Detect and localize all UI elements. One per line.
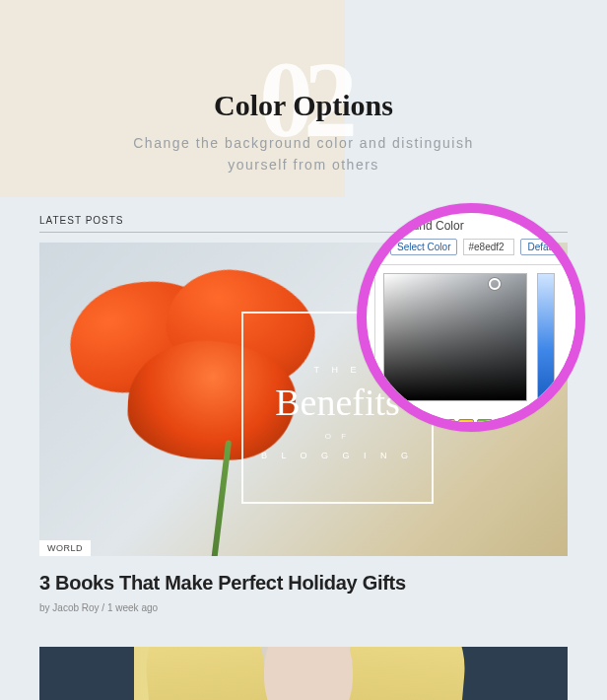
portrait-hair bbox=[141, 647, 272, 700]
overlay-of: O F bbox=[243, 432, 432, 441]
overlay-blogging: B L O G G I N G bbox=[243, 451, 432, 460]
post-category-badge[interactable]: WORLD bbox=[39, 540, 91, 556]
saturation-value-area[interactable] bbox=[383, 273, 527, 401]
meta-by: by bbox=[39, 602, 52, 613]
color-hex-input[interactable] bbox=[463, 239, 514, 255]
page-title: Color Options bbox=[0, 89, 607, 122]
post-card-next-preview[interactable] bbox=[39, 647, 568, 700]
subtitle-line-2: yourself from others bbox=[228, 157, 379, 173]
post-time: 1 week ago bbox=[107, 602, 158, 613]
hero-section: 02 Color Options Change the background c… bbox=[0, 0, 607, 197]
hue-slider[interactable] bbox=[537, 273, 555, 401]
meta-sep: / bbox=[100, 602, 107, 613]
sv-handle[interactable] bbox=[489, 278, 501, 290]
select-color-button[interactable]: Select Color bbox=[390, 239, 457, 255]
color-field-label: ound Color bbox=[406, 219, 464, 233]
post-title[interactable]: 3 Books That Make Perfect Holiday Gifts bbox=[39, 572, 568, 595]
portrait-face bbox=[264, 647, 353, 700]
color-swatch[interactable] bbox=[477, 419, 493, 432]
color-picker-magnifier: ound Color Select Color Default bbox=[357, 203, 585, 432]
portrait-hair bbox=[338, 647, 469, 700]
color-swatch[interactable] bbox=[458, 419, 474, 432]
color-controls-row: Select Color Default bbox=[390, 239, 566, 255]
page-subtitle: Change the background color and distingu… bbox=[0, 132, 607, 176]
post-meta: by Jacob Roy / 1 week ago bbox=[39, 602, 568, 613]
post-author[interactable]: Jacob Roy bbox=[52, 602, 99, 613]
subtitle-line-1: Change the background color and distingu… bbox=[133, 135, 473, 151]
